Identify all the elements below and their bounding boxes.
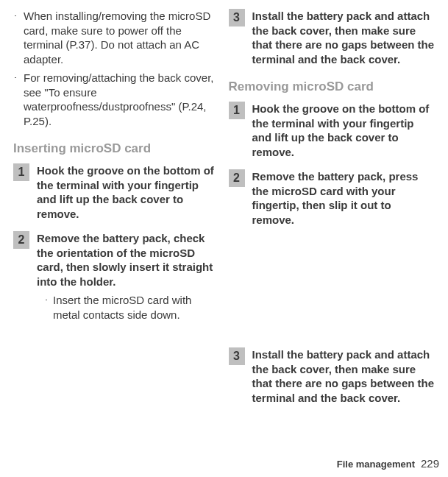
- step-title: Remove the battery pack, press the micro…: [252, 169, 435, 227]
- bullet-dot-icon: ･: [13, 71, 24, 128]
- step-number-badge: 1: [13, 163, 29, 181]
- step-2: 2 Remove the battery pack, press the mic…: [229, 169, 435, 227]
- step-title: Hook the groove on the bottom of the ter…: [252, 102, 435, 159]
- right-column: 3 Install the battery pack and attach th…: [224, 9, 440, 448]
- step-number-badge: 2: [229, 169, 245, 187]
- step-3-top: 3 Install the battery pack and attach th…: [229, 9, 435, 66]
- step-body: Hook the groove on the bottom of the ter…: [252, 102, 435, 159]
- section-heading-inserting: Inserting microSD card: [13, 141, 220, 156]
- bullet-item: ･ When installing/removing the microSD c…: [13, 9, 220, 66]
- step-1: 1 Hook the groove on the bottom of the t…: [229, 102, 435, 159]
- footer-page-number: 229: [421, 457, 439, 470]
- step-body: Remove the battery pack, check the orien…: [37, 231, 220, 322]
- bullet-text: For removing/attaching the back cover, s…: [24, 71, 220, 128]
- section-heading-removing: Removing microSD card: [229, 80, 435, 94]
- footer-section-label: File management: [337, 459, 415, 470]
- bullet-dot-icon: ･: [13, 9, 24, 66]
- step-title: Install the battery pack and attach the …: [252, 9, 435, 66]
- bullet-dot-icon: ･: [44, 293, 53, 322]
- sub-bullet: ･ Insert the microSD card with metal con…: [37, 293, 220, 322]
- step-body: Install the battery pack and attach the …: [252, 9, 435, 66]
- bullet-item: ･ For removing/attaching the back cover,…: [13, 71, 220, 128]
- step-number-badge: 2: [13, 231, 29, 249]
- step-2: 2 Remove the battery pack, check the ori…: [13, 231, 220, 322]
- step-title: Install the battery pack and attach the …: [252, 347, 435, 405]
- step-number-badge: 3: [229, 9, 245, 26]
- step-body: Remove the battery pack, press the micro…: [252, 169, 435, 227]
- left-column: ･ When installing/removing the microSD c…: [9, 9, 224, 448]
- page-footer: File management 229: [337, 457, 439, 470]
- step-3: 3 Install the battery pack and attach th…: [229, 347, 435, 405]
- step-title: Remove the battery pack, check the orien…: [37, 231, 220, 289]
- image-placeholder-gap: [229, 237, 435, 347]
- step-1: 1 Hook the groove on the bottom of the t…: [13, 163, 220, 221]
- step-number-badge: 1: [229, 102, 245, 119]
- step-body: Hook the groove on the bottom of the ter…: [37, 163, 220, 221]
- step-title: Hook the groove on the bottom of the ter…: [37, 163, 220, 221]
- step-body: Install the battery pack and attach the …: [252, 347, 435, 405]
- step-number-badge: 3: [229, 347, 245, 365]
- sub-bullet-text: Insert the microSD card with metal conta…: [53, 293, 220, 322]
- bullet-text: When installing/removing the microSD car…: [24, 9, 220, 66]
